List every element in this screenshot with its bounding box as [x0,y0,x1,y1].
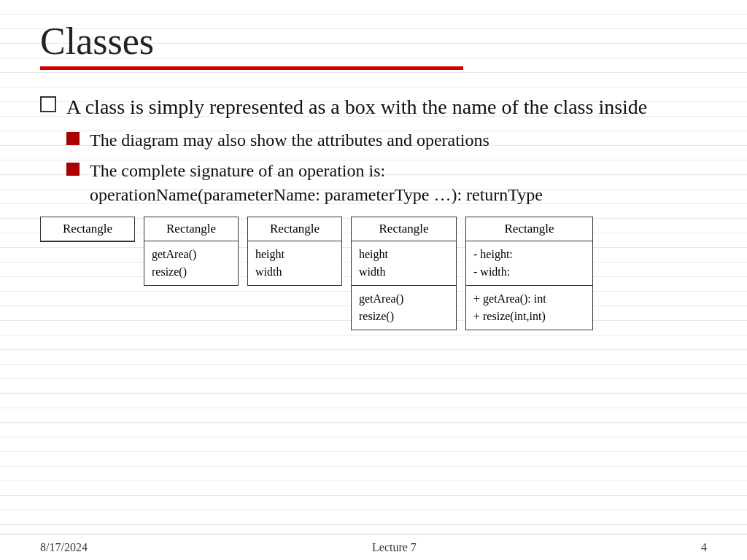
footer-date: 8/17/2024 [40,541,88,554]
footer: 8/17/2024 Lecture 7 4 [0,534,747,560]
bullet-l2b-line2: operationName(parameterName: parameterTy… [90,185,543,204]
uml-diagram-4: Rectangle heightwidth getArea()resize() [351,217,457,330]
uml-diagram-3: Rectangle heightwidth [247,217,342,286]
uml-diagram-5: Rectangle - height:- width: + getArea():… [465,217,593,330]
diagrams-area: Rectangle Rectangle getArea()resize() Re… [0,217,747,330]
checkbox-icon [40,96,56,112]
bullet-l1-class: A class is simply represented as a box w… [40,93,707,121]
slide-content: Classes A class is simply represented as… [0,0,747,560]
uml-name-5: Rectangle [466,217,592,241]
uml-name-4: Rectangle [352,217,456,241]
uml-name-2: Rectangle [144,217,238,241]
main-content: A class is simply represented as a box w… [0,70,747,206]
square-bullet-icon [66,132,80,145]
uml-name-1: Rectangle [41,217,134,241]
slide: Classes A class is simply represented as… [0,0,747,560]
uml-ops-4: getArea()resize() [352,286,456,330]
bullet-l2-attributes: The diagram may also show the attributes… [66,128,707,152]
bullet-l2b-text: The complete signature of an operation i… [90,159,543,206]
uml-attrs-4: heightwidth [352,241,456,286]
uml-name-3: Rectangle [248,217,341,241]
bullet-l2b-line1: The complete signature of an operation i… [90,161,385,180]
square-bullet-icon-2 [66,163,80,176]
uml-ops-2: getArea()resize() [144,241,238,285]
uml-ops-5: + getArea(): int+ resize(int,int) [466,286,592,330]
bullet-l1-text: A class is simply represented as a box w… [66,93,647,121]
uml-attrs-5: - height:- width: [466,241,592,286]
footer-page: 4 [701,541,707,554]
uml-attrs-3: heightwidth [248,241,341,285]
bullet-l2a-text: The diagram may also show the attributes… [90,128,489,152]
uml-diagram-1: Rectangle [40,217,135,242]
title-area: Classes [0,0,747,70]
footer-lecture: Lecture 7 [372,541,417,554]
uml-diagram-2: Rectangle getArea()resize() [144,217,239,286]
page-title: Classes [40,20,707,62]
bullet-l2-signature: The complete signature of an operation i… [66,159,707,206]
